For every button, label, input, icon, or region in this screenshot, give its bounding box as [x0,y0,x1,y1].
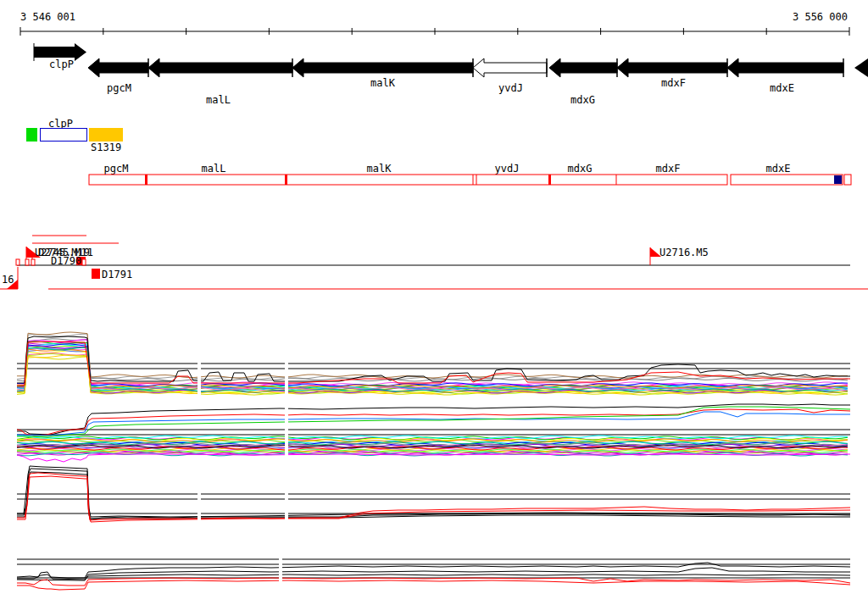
gene-arrow-pgcM[interactable] [88,58,148,77]
flag-box-label: D1790 [51,255,81,267]
gene-label: mdxG [570,94,595,106]
feature-series [17,580,850,590]
band-series [17,344,848,386]
gene-arrow-malL[interactable] [148,58,292,77]
gene-label: pgcM [107,82,131,94]
flag-box-label: D1791 [102,269,132,280]
redmap-label: malK [367,163,392,175]
flag-tick-box [31,259,35,265]
gene-label: clpP [49,58,74,70]
gene-label: malK [370,77,396,89]
redmap-label: mdxE [766,163,791,175]
redmap-strip[interactable] [89,175,727,185]
feature-series [17,412,850,436]
gene-label: mdxF [661,77,686,89]
panel-gap [198,464,201,530]
gene-label: malL [206,94,231,106]
panel-gap [285,464,288,530]
redmap-divider [548,175,551,185]
gene-arrow-mdxF[interactable] [617,58,727,77]
redmap-divider [285,175,287,185]
redmap-strip[interactable] [844,175,851,185]
panel-gap [198,327,201,400]
redmap-label: mdxG [568,163,593,175]
navy-marker[interactable] [834,175,842,184]
feature-series [17,454,850,462]
redmap-strip[interactable] [731,175,843,185]
redmap-label: yvdJ [495,163,520,175]
gene-arrow-malK[interactable] [292,58,473,77]
gene-label: mdxE [770,82,794,94]
band-series [17,334,848,380]
redmap-divider [145,175,147,185]
band-series [17,339,848,381]
flag-label: 16 [2,274,14,286]
flag-label: U2716.M5 [659,247,709,258]
flag-tick-box [82,259,86,265]
gene-arrow-mdxE[interactable] [727,58,843,77]
gene-arrow-yvdJ[interactable] [473,58,547,77]
redmap-label: malL [202,163,226,175]
flag-box[interactable] [92,269,100,279]
redmap-label: mdxF [656,163,681,175]
flag-tick-box [16,259,19,265]
panel-gap [279,549,282,595]
genome-scene: clpPpgcMmalLmalKyvdJmdxGmdxFmdxEpgcMmalL… [0,0,868,605]
gene-arrow-mdxG[interactable] [549,58,617,77]
gene-arrow-partial[interactable] [854,58,868,77]
redmap-label: pgcM [104,163,129,175]
panel-gap [285,405,288,463]
flag-tick-box [25,259,29,265]
genome-browser-window: { "ruler": { "start_label": "3 546 001",… [0,0,868,605]
panel-gap [285,327,288,400]
gene-label: yvdJ [498,82,523,94]
band-series [17,332,848,378]
